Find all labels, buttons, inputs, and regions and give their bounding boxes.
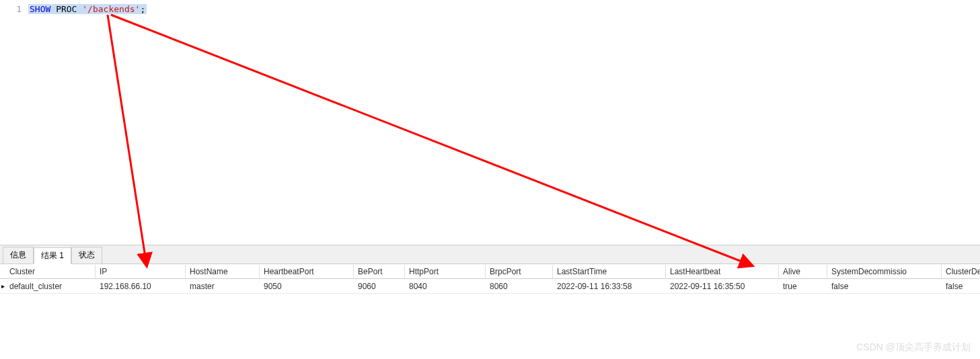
sql-statement[interactable]: SHOW PROC '/backends'; bbox=[28, 4, 147, 14]
col-header-laststarttime[interactable]: LastStartTime bbox=[553, 265, 666, 278]
table-row[interactable]: ▸ default_cluster 192.168.66.10 master 9… bbox=[0, 279, 980, 294]
col-header-heartbeatport[interactable]: HeartbeatPort bbox=[260, 265, 354, 278]
result-grid[interactable]: Cluster IP HostName HeartbeatPort BePort… bbox=[0, 264, 980, 294]
cell-beport[interactable]: 9060 bbox=[354, 280, 405, 293]
col-header-clusterdecommission[interactable]: ClusterDecommissio bbox=[942, 265, 980, 278]
string-literal: '/backends' bbox=[82, 4, 140, 14]
watermark-text: CSDN @顶尖高手养成计划 bbox=[856, 342, 971, 354]
cell-clusterdecommission[interactable]: false bbox=[942, 280, 980, 293]
keyword-proc: PROC bbox=[50, 4, 82, 14]
grid-header-row: Cluster IP HostName HeartbeatPort BePort… bbox=[0, 264, 980, 279]
keyword-show: SHOW bbox=[30, 4, 50, 14]
col-header-cluster[interactable]: Cluster bbox=[5, 265, 96, 278]
tab-result-1[interactable]: 结果 1 bbox=[34, 247, 71, 264]
col-header-brpcport[interactable]: BrpcPort bbox=[486, 265, 553, 278]
cell-cluster[interactable]: default_cluster bbox=[5, 280, 96, 293]
result-tabs: 信息 结果 1 状态 bbox=[0, 245, 980, 264]
col-header-lastheartbeat[interactable]: LastHeartbeat bbox=[666, 265, 779, 278]
col-header-ip[interactable]: IP bbox=[96, 265, 186, 278]
tab-info[interactable]: 信息 bbox=[3, 247, 34, 264]
cell-ip[interactable]: 192.168.66.10 bbox=[96, 280, 186, 293]
semicolon: ; bbox=[140, 4, 145, 14]
editor-line-1[interactable]: 1 SHOW PROC '/backends'; bbox=[0, 0, 980, 14]
cell-alive[interactable]: true bbox=[779, 280, 827, 293]
cell-lastheartbeat[interactable]: 2022-09-11 16:35:50 bbox=[666, 280, 779, 293]
cell-heartbeatport[interactable]: 9050 bbox=[260, 280, 354, 293]
col-header-alive[interactable]: Alive bbox=[779, 265, 827, 278]
cell-systemdecommission[interactable]: false bbox=[827, 280, 942, 293]
col-header-httpport[interactable]: HttpPort bbox=[405, 265, 486, 278]
cell-httpport[interactable]: 8040 bbox=[405, 280, 486, 293]
row-indicator-icon: ▸ bbox=[0, 282, 5, 290]
col-header-systemdecommission[interactable]: SystemDecommissio bbox=[827, 265, 942, 278]
col-header-beport[interactable]: BePort bbox=[354, 265, 405, 278]
tab-status[interactable]: 状态 bbox=[71, 247, 102, 264]
col-header-hostname[interactable]: HostName bbox=[186, 265, 260, 278]
cell-brpcport[interactable]: 8060 bbox=[486, 280, 553, 293]
sql-editor[interactable]: 1 SHOW PROC '/backends'; bbox=[0, 0, 980, 245]
line-number: 1 bbox=[0, 4, 28, 14]
cell-hostname[interactable]: master bbox=[186, 280, 260, 293]
cell-laststarttime[interactable]: 2022-09-11 16:33:58 bbox=[553, 280, 666, 293]
